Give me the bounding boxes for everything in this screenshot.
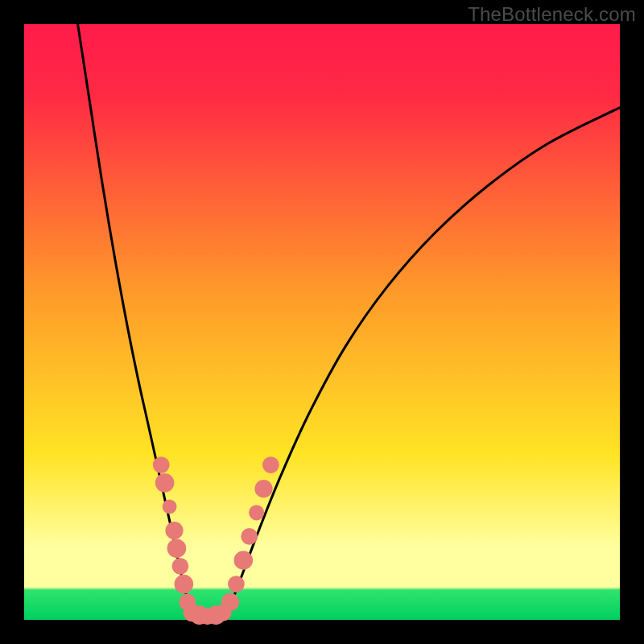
curve-svg: [24, 24, 620, 620]
marker-layer: [153, 456, 279, 625]
plot-area: [24, 24, 620, 620]
marker-dot: [254, 480, 272, 497]
marker-dot: [175, 575, 194, 594]
marker-dot: [249, 505, 264, 520]
marker-dot: [167, 539, 187, 558]
marker-dot: [172, 558, 189, 575]
marker-dot: [163, 500, 177, 514]
marker-dot: [241, 528, 258, 545]
marker-dot: [234, 551, 254, 570]
watermark-text: TheBottleneck.com: [468, 3, 636, 26]
marker-dot: [165, 522, 183, 539]
marker-dot: [262, 456, 279, 473]
bottleneck-curve: [78, 24, 620, 617]
marker-dot: [228, 576, 245, 592]
chart-stage: TheBottleneck.com: [0, 0, 644, 644]
marker-dot: [155, 473, 175, 493]
marker-dot: [221, 593, 239, 611]
marker-dot: [153, 456, 170, 473]
